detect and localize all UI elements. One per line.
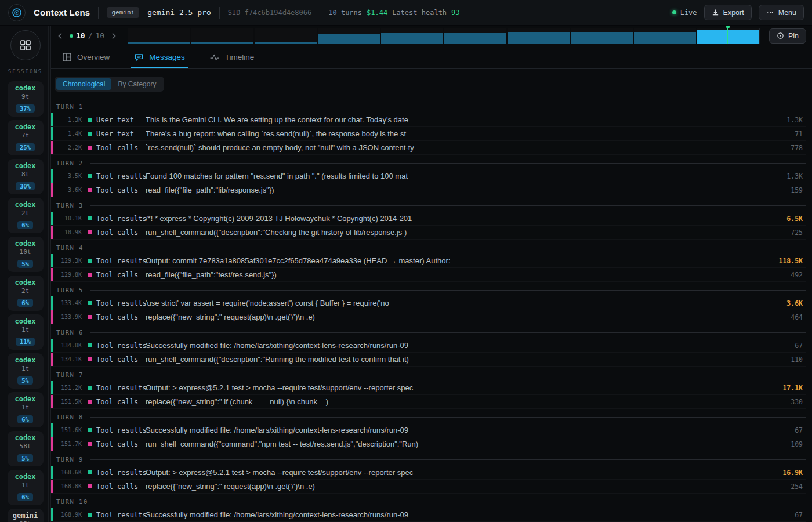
turn-group: TURN 10168.9KTool resultsSuccessfully mo… bbox=[51, 495, 806, 522]
session-card[interactable]: gemini25t10% bbox=[8, 509, 44, 522]
message-row[interactable]: 151.5KTool callsreplace({"new_string":" … bbox=[51, 395, 806, 409]
turn-header: TURN 5 bbox=[51, 284, 806, 296]
live-playhead bbox=[727, 26, 728, 44]
session-card[interactable]: codex1t11% bbox=[8, 314, 44, 350]
row-token-value: 725 bbox=[791, 229, 803, 237]
toggle-chronological[interactable]: Chronological bbox=[56, 78, 111, 90]
context-segment[interactable] bbox=[255, 28, 317, 44]
message-row[interactable]: 151.7KTool callsrun_shell_command({"comm… bbox=[51, 437, 806, 451]
context-segment[interactable] bbox=[444, 28, 506, 44]
turn-group: TURN 9168.6KTool resultsOutput: > expres… bbox=[51, 453, 806, 494]
row-accent-bar bbox=[51, 226, 53, 239]
message-row[interactable]: 134.1KTool callsrun_shell_command({"desc… bbox=[51, 353, 806, 367]
message-row[interactable]: 151.2KTool resultsOutput: > express@5.2.… bbox=[51, 381, 806, 395]
context-token-count: 168.9K bbox=[59, 512, 82, 518]
tab-messages[interactable]: Messages bbox=[133, 46, 186, 68]
menu-label: Menu bbox=[778, 9, 796, 17]
pin-target-icon bbox=[777, 32, 784, 39]
turn-group: TURN 310.1KTool results/*! * express * C… bbox=[51, 199, 806, 240]
kind-label: Tool results bbox=[96, 342, 146, 350]
message-preview: `res.send(null)` should produce an empty… bbox=[146, 143, 791, 152]
context-segment[interactable] bbox=[507, 28, 570, 44]
context-token-count: 151.2K bbox=[59, 385, 82, 391]
context-segment[interactable] bbox=[634, 28, 696, 44]
menu-button[interactable]: Menu bbox=[759, 5, 804, 20]
session-agent: codex bbox=[8, 162, 44, 170]
session-usage-badge: 11% bbox=[16, 338, 35, 346]
message-row[interactable]: 133.4KTool results'use strict' var asser… bbox=[51, 296, 806, 310]
live-dot-icon bbox=[672, 10, 676, 14]
session-card[interactable]: codex7t25% bbox=[8, 120, 44, 155]
session-card[interactable]: codex2t6% bbox=[8, 198, 44, 233]
segment-fill bbox=[128, 42, 190, 44]
session-card[interactable]: codex1t5% bbox=[8, 353, 44, 389]
pin-button[interactable]: Pin bbox=[769, 28, 806, 44]
context-token-count: 134.1K bbox=[59, 356, 82, 362]
context-token-count: 133.9K bbox=[59, 314, 82, 320]
message-preview: replace({"new_string":" request(app)\n .… bbox=[146, 482, 791, 491]
sessions-grid-button[interactable] bbox=[10, 30, 41, 60]
health-value: 93 bbox=[451, 9, 459, 17]
session-turn-count: 7t bbox=[8, 132, 44, 139]
kind-dot-icon bbox=[88, 188, 92, 192]
message-row[interactable]: 2.2KTool calls`res.send(null)` should pr… bbox=[51, 141, 806, 155]
message-preview: /*! * express * Copyright(c) 2009-2013 T… bbox=[146, 214, 786, 223]
message-row[interactable]: 10.9KTool callsrun_shell_command({"descr… bbox=[51, 226, 806, 240]
session-turn-count: 2t bbox=[8, 209, 44, 217]
message-preview: Successfully modified file: /home/lars/x… bbox=[146, 510, 795, 519]
context-segment[interactable] bbox=[128, 28, 190, 44]
message-row[interactable]: 3.5KTool resultsFound 100 matches for pa… bbox=[51, 169, 806, 183]
row-token-value: 71 bbox=[795, 130, 803, 138]
context-segment[interactable] bbox=[191, 28, 253, 44]
session-usage-badge: 6% bbox=[17, 493, 33, 501]
kind-dot-icon bbox=[88, 216, 92, 220]
segment-fill bbox=[381, 33, 443, 43]
session-agent: codex bbox=[8, 240, 44, 248]
app-logo bbox=[8, 4, 26, 21]
export-button[interactable]: Export bbox=[704, 5, 752, 20]
message-row[interactable]: 129.3KTool resultsOutput: commit 7e783a1… bbox=[51, 254, 806, 268]
session-card[interactable]: codex10t5% bbox=[8, 237, 44, 272]
row-accent-bar bbox=[51, 466, 53, 479]
context-segment[interactable] bbox=[571, 28, 633, 44]
message-row[interactable]: 168.9KTool resultsSuccessfully modified … bbox=[51, 508, 806, 522]
session-card[interactable]: codex58t5% bbox=[8, 431, 44, 466]
message-row[interactable]: 168.8KTool callsreplace({"new_string":" … bbox=[51, 480, 806, 494]
session-card[interactable]: codex9t37% bbox=[8, 81, 44, 117]
kind-dot-icon bbox=[88, 470, 92, 474]
message-row[interactable]: 134.0KTool resultsSuccessfully modified … bbox=[51, 339, 806, 353]
tab-overview[interactable]: Overview bbox=[61, 46, 111, 68]
context-token-count: 1.3K bbox=[59, 117, 82, 123]
message-row[interactable]: 168.6KTool resultsOutput: > express@5.2.… bbox=[51, 466, 806, 480]
prev-segment-button[interactable] bbox=[55, 30, 66, 42]
session-turn-count: 1t bbox=[8, 481, 44, 489]
next-segment-button[interactable] bbox=[108, 30, 119, 42]
context-segment[interactable] bbox=[318, 28, 380, 44]
message-row[interactable]: 129.8KTool callsread_file({"file_path":"… bbox=[51, 268, 806, 282]
message-preview: Output: > express@5.2.1 test > mocha --r… bbox=[146, 383, 782, 392]
kind-dot-icon bbox=[88, 174, 92, 178]
message-row[interactable]: 133.9KTool callsreplace({"new_string":" … bbox=[51, 310, 806, 324]
turn-header: TURN 6 bbox=[51, 326, 806, 339]
context-segment[interactable] bbox=[381, 28, 443, 44]
message-row[interactable]: 1.4KUser textThere's a bug report: when … bbox=[51, 127, 806, 141]
divider bbox=[98, 7, 99, 19]
session-usage-badge: 30% bbox=[16, 182, 35, 190]
context-token-count: 129.8K bbox=[59, 271, 82, 278]
message-row[interactable]: 3.6KTool callsread_file({"file_path":"li… bbox=[51, 183, 806, 197]
message-row[interactable]: 1.3KUser textThis is the Gemini CLI. We … bbox=[51, 113, 806, 127]
session-card[interactable]: codex1t6% bbox=[8, 392, 44, 427]
context-usage-bar[interactable] bbox=[128, 28, 760, 44]
session-usage-badge: 5% bbox=[17, 260, 33, 268]
context-segment[interactable] bbox=[697, 28, 759, 44]
sidebar-scrollbar[interactable] bbox=[48, 26, 49, 522]
message-row[interactable]: 10.1KTool results/*! * express * Copyrig… bbox=[51, 212, 806, 226]
message-row[interactable]: 151.6KTool resultsSuccessfully modified … bbox=[51, 423, 806, 437]
context-token-count: 10.1K bbox=[59, 215, 82, 222]
session-card[interactable]: codex2t6% bbox=[8, 276, 44, 311]
toggle-by-category[interactable]: By Category bbox=[111, 78, 162, 90]
tab-timeline[interactable]: Timeline bbox=[208, 46, 256, 68]
session-card[interactable]: codex1t6% bbox=[8, 470, 44, 505]
session-card[interactable]: codex8t30% bbox=[8, 159, 44, 194]
kind-label: Tool calls bbox=[96, 271, 146, 279]
